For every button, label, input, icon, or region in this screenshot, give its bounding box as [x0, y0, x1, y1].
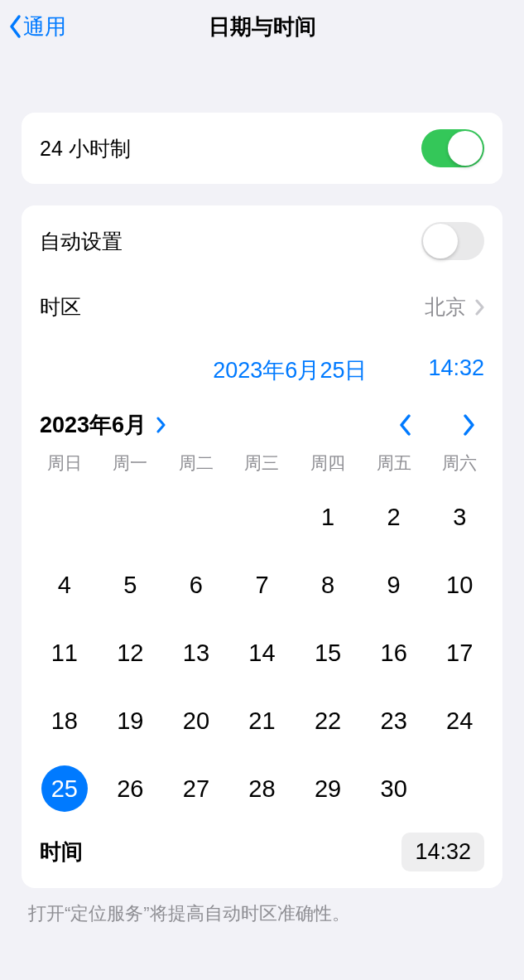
hour24-label: 24 小时制: [40, 135, 131, 162]
timezone-label: 时区: [40, 293, 81, 321]
time-label: 时间: [40, 838, 83, 867]
calendar-day[interactable]: 22: [295, 687, 361, 755]
selected-time-button[interactable]: 14:32: [428, 355, 484, 385]
weekday-label: 周六: [426, 451, 493, 475]
selected-date-button[interactable]: 2023年6月25日: [213, 355, 367, 385]
chevron-right-icon: [461, 413, 476, 437]
calendar-day[interactable]: 12: [98, 619, 164, 687]
calendar-day[interactable]: 20: [163, 687, 229, 755]
month-label: 2023年6月: [40, 410, 147, 440]
calendar-day[interactable]: 25: [31, 755, 98, 823]
weekday-label: 周五: [361, 451, 427, 475]
footer-note: 打开“定位服务”将提高自动时区准确性。: [0, 888, 524, 939]
calendar-day[interactable]: 15: [295, 619, 361, 687]
calendar-day[interactable]: 26: [98, 755, 164, 823]
calendar-day[interactable]: 18: [31, 687, 98, 755]
calendar-day[interactable]: 5: [98, 551, 164, 619]
calendar-day[interactable]: 24: [426, 687, 493, 755]
calendar-day[interactable]: 29: [295, 755, 361, 823]
calendar-day[interactable]: 4: [31, 551, 98, 619]
prev-month-button[interactable]: [397, 413, 415, 437]
next-month-button[interactable]: [459, 413, 478, 437]
weekday-label: 周一: [98, 451, 164, 475]
calendar-day[interactable]: 7: [229, 551, 296, 619]
auto-set-label: 自动设置: [40, 228, 123, 255]
page-title: 日期与时间: [0, 12, 524, 41]
back-button[interactable]: 通用: [8, 12, 66, 41]
calendar-day[interactable]: 9: [361, 551, 427, 619]
chevron-right-icon: [155, 416, 166, 434]
auto-set-toggle[interactable]: [421, 222, 484, 260]
calendar-day[interactable]: 23: [361, 687, 427, 755]
weekday-label: 周二: [163, 451, 229, 475]
calendar-day[interactable]: 14: [229, 619, 296, 687]
chevron-left-icon: [8, 14, 23, 39]
calendar-day[interactable]: 3: [426, 483, 493, 551]
calendar-day[interactable]: 10: [426, 551, 493, 619]
calendar-day[interactable]: 2: [361, 483, 427, 551]
calendar-day[interactable]: 1: [295, 483, 361, 551]
hour24-toggle[interactable]: [421, 129, 484, 167]
timezone-value: 北京: [425, 293, 466, 321]
calendar-day[interactable]: 21: [229, 687, 296, 755]
calendar-day[interactable]: 11: [31, 619, 98, 687]
back-label: 通用: [23, 12, 66, 41]
chevron-left-icon: [398, 413, 413, 437]
timezone-row[interactable]: 时区 北京: [22, 277, 502, 337]
calendar-day[interactable]: 16: [361, 619, 427, 687]
calendar-day[interactable]: 19: [98, 687, 164, 755]
calendar-day[interactable]: 17: [426, 619, 493, 687]
weekday-label: 周四: [295, 451, 361, 475]
calendar-day[interactable]: 27: [163, 755, 229, 823]
weekday-label: 周三: [229, 451, 296, 475]
calendar-day[interactable]: 13: [163, 619, 229, 687]
calendar-day[interactable]: 8: [295, 551, 361, 619]
chevron-right-icon: [474, 299, 484, 316]
weekday-label: 周日: [31, 451, 98, 475]
month-picker-button[interactable]: 2023年6月: [40, 410, 166, 440]
calendar-day[interactable]: 28: [229, 755, 296, 823]
calendar-day[interactable]: 6: [163, 551, 229, 619]
time-picker-button[interactable]: 14:32: [401, 833, 484, 871]
calendar-day[interactable]: 30: [361, 755, 427, 823]
